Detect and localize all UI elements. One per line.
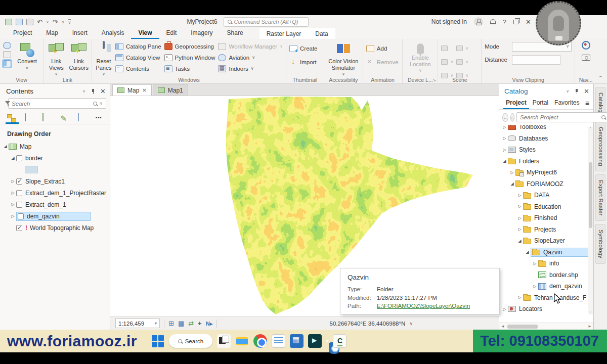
scene-icon-2[interactable]: [441, 59, 448, 65]
task-view-icon[interactable]: [217, 334, 231, 348]
catalog-tree-row[interactable]: Finished: [499, 212, 593, 224]
layer-row[interactable]: !: [0, 164, 110, 175]
layer-checkbox[interactable]: [18, 213, 24, 219]
convert-button[interactable]: Convert∨: [14, 41, 40, 70]
expand-icon[interactable]: [532, 284, 538, 289]
list-by-editing-icon[interactable]: [60, 114, 71, 124]
docked-pane-tab[interactable]: Geoprocessing: [595, 121, 605, 171]
collapse-ribbon-icon[interactable]: ⌃: [598, 75, 603, 81]
map-view-icon[interactable]: [3, 60, 11, 67]
device-dialog-launcher-icon[interactable]: ↘: [432, 77, 437, 82]
scroll-down-icon[interactable]: ⌄: [588, 309, 593, 314]
docked-pane-tab[interactable]: Symbology: [595, 224, 605, 264]
enable-location-button[interactable]: Enable Location∨: [406, 41, 435, 73]
customize-qat-icon[interactable]: ∨: [68, 19, 71, 25]
ribbon-tab[interactable]: Share: [220, 28, 250, 39]
save-project-icon[interactable]: [26, 19, 33, 25]
pin-icon[interactable]: [91, 89, 95, 94]
redo-icon[interactable]: ↷: [53, 19, 58, 25]
distance-input[interactable]: [512, 55, 560, 65]
catalog-tree-row[interactable]: dem_qazvin: [499, 281, 593, 292]
crosshair-icon[interactable]: [198, 320, 202, 327]
expand-icon[interactable]: [501, 307, 508, 311]
catalog-options-icon[interactable]: ≡: [585, 99, 589, 107]
close-tab-icon[interactable]: ✕: [142, 87, 146, 93]
layer-checkbox[interactable]: [16, 155, 22, 161]
scroll-up-icon[interactable]: ⌃: [588, 127, 593, 132]
start-button-icon[interactable]: [151, 335, 164, 348]
scene-icon-4[interactable]: [456, 46, 463, 51]
ribbon-tab[interactable]: Insert: [65, 28, 95, 39]
color-vision-simulator-button[interactable]: Color Vision Simulator∨: [327, 41, 360, 76]
layer-checkbox[interactable]: [16, 178, 22, 185]
catalog-tree-row[interactable]: FORIAMOOZ: [499, 178, 593, 190]
restore-window-icon[interactable]: [513, 20, 518, 24]
grid-icon[interactable]: [178, 320, 184, 327]
catalog-tree-row[interactable]: Tehran_Landuse_F: [499, 292, 593, 304]
expand-icon[interactable]: [501, 159, 508, 163]
catalog-tree-row[interactable]: MyProject6: [499, 167, 593, 178]
taskbar-search[interactable]: Search: [169, 334, 212, 348]
more-options-icon[interactable]: [96, 114, 107, 124]
expand-icon[interactable]: [10, 214, 16, 218]
globe-icon[interactable]: [3, 42, 11, 49]
catalog-menu-icon[interactable]: ∨: [566, 89, 569, 94]
home-icon[interactable]: ⌂: [510, 113, 514, 122]
catalog-tree-row[interactable]: Education: [499, 201, 593, 213]
expand-icon[interactable]: [10, 179, 16, 184]
catalog-tab[interactable]: Project: [503, 97, 529, 109]
catalog-tree-row[interactable]: Projects: [499, 224, 593, 236]
link-cursors-button[interactable]: + Link Cursors: [69, 41, 89, 71]
redo-dropdown-icon[interactable]: ∨: [62, 20, 65, 24]
notifications-icon[interactable]: [490, 19, 496, 24]
list-by-selection-icon[interactable]: [42, 114, 54, 124]
expand-icon[interactable]: [532, 261, 538, 266]
expand-icon[interactable]: [516, 193, 523, 198]
catalog-close-icon[interactable]: [584, 87, 589, 95]
file-explorer-icon[interactable]: [235, 334, 249, 348]
layer-checkbox[interactable]: [16, 190, 22, 196]
ribbon-small-button[interactable]: Indoors∨: [218, 63, 283, 74]
map-tab[interactable]: Map ✕: [112, 84, 152, 96]
scroll-right-icon[interactable]: ►: [586, 324, 593, 329]
help-icon[interactable]: [503, 18, 506, 26]
command-search[interactable]: Command Search (Alt+Q): [224, 17, 309, 27]
chrome-icon[interactable]: [253, 334, 267, 348]
calculator-icon[interactable]: [290, 334, 304, 348]
catalog-tree-row[interactable]: info: [499, 258, 593, 269]
animation-remove-button[interactable]: Remove: [366, 57, 399, 67]
expand-icon[interactable]: [516, 295, 523, 300]
contextual-ribbon-tab[interactable]: Data: [308, 29, 335, 39]
catalog-tree-row[interactable]: Folders: [499, 156, 593, 167]
media-app-icon[interactable]: [308, 334, 322, 348]
layer-row[interactable]: ! World Topographic Map: [0, 222, 110, 234]
docked-pane-tab[interactable]: Export Raster: [595, 174, 605, 221]
catalog-tree-row[interactable]: Locators: [499, 303, 593, 315]
layer-row[interactable]: ! dem_qazvin: [0, 210, 110, 222]
catalog-tree-row[interactable]: SlopeLayer: [499, 235, 593, 247]
layer-row[interactable]: ! border: [0, 152, 110, 164]
import-thumbnail-button[interactable]: Import: [289, 57, 318, 67]
navigator-compass-icon[interactable]: [582, 41, 590, 50]
ribbon-tab[interactable]: View: [131, 28, 159, 39]
expand-icon[interactable]: [516, 204, 523, 209]
undo-icon[interactable]: ↶: [37, 19, 42, 25]
scale-combo[interactable]: 1:126,459 ▾: [115, 318, 160, 328]
xy-swap-icon[interactable]: [188, 320, 194, 327]
layer-checkbox[interactable]: [16, 225, 22, 231]
ribbon-small-button[interactable]: Catalog View: [115, 52, 161, 63]
catalog-tree-row[interactable]: Toolboxes: [499, 125, 593, 133]
expand-icon[interactable]: [524, 250, 531, 254]
tooltip-path-link[interactable]: E:\FORIAMOOZ\SlopeLayer\Qazvin: [377, 302, 470, 310]
expand-icon[interactable]: [516, 239, 523, 243]
contextual-ribbon-tab[interactable]: Raster Layer: [259, 29, 309, 39]
expand-icon[interactable]: [10, 191, 16, 195]
ribbon-small-button[interactable]: Contents: [115, 63, 161, 74]
ribbon-tab[interactable]: Map: [39, 28, 65, 39]
ribbon-tab[interactable]: Project: [6, 28, 39, 39]
map1-tab[interactable]: Map1: [153, 84, 188, 96]
catalog-tree-row[interactable]: Styles: [499, 144, 593, 156]
catalog-tree-row[interactable]: Databases: [499, 133, 593, 145]
catalog-tab[interactable]: Favorites: [552, 97, 582, 109]
expand-icon[interactable]: [509, 181, 515, 186]
